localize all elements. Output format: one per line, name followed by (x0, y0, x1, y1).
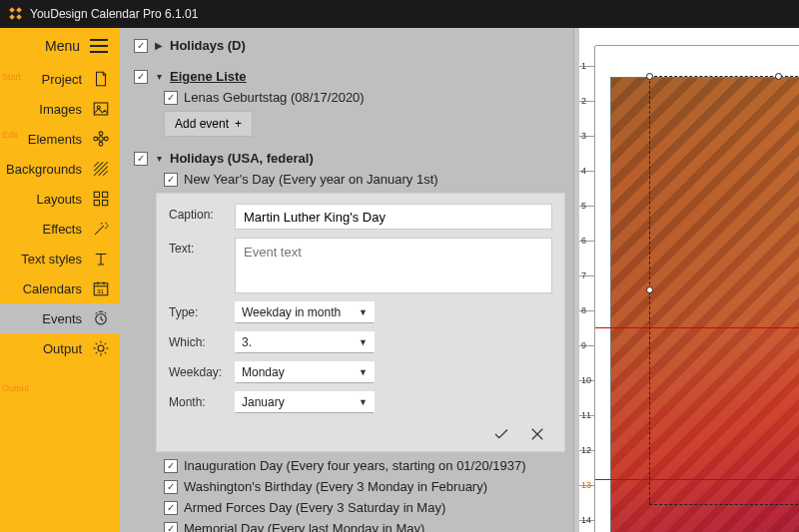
selection-handle[interactable] (646, 286, 653, 293)
chevron-right-icon[interactable]: ▶ (154, 40, 164, 51)
caret-down-icon: ▼ (359, 397, 368, 407)
events-panel: ✓ ▶ Holidays (D) ✓ ▾ Eigene Liste ✓ Lena… (120, 28, 579, 532)
menu-button[interactable]: Menu (0, 28, 120, 64)
sidebar-item-textstyles[interactable]: Text styles (0, 244, 120, 273)
event-item[interactable]: ✓ Washington's Birthday (Every 3 Monday … (164, 479, 565, 494)
hamburger-icon (90, 39, 108, 53)
svg-text:31: 31 (97, 288, 104, 294)
sidebar-item-label: Calendars (23, 281, 82, 296)
wand-icon (92, 220, 110, 238)
sidebar-item-label: Output (43, 341, 82, 356)
type-label: Type: (169, 301, 227, 319)
svg-point-8 (99, 142, 103, 146)
sidebar-item-events[interactable]: Events (0, 303, 120, 333)
checkbox-icon[interactable]: ✓ (164, 480, 178, 494)
svg-rect-1 (16, 7, 22, 13)
guide-line[interactable] (595, 479, 799, 480)
event-item[interactable]: ✓ Lenas Geburtstag (08/17/2020) (164, 90, 565, 105)
group-holidays-usa[interactable]: ✓ ▾ Holidays (USA, federal) (134, 151, 565, 166)
add-event-button[interactable]: Add event + (164, 111, 253, 137)
svg-rect-11 (94, 192, 99, 197)
weekday-select[interactable]: Monday▼ (235, 361, 375, 383)
ruler-vertical: 1234567891011121314 (579, 46, 595, 532)
checkbox-icon[interactable]: ✓ (134, 152, 148, 166)
event-label: Lenas Geburtstag (08/17/2020) (184, 90, 365, 105)
guide-line[interactable] (595, 327, 799, 328)
event-item[interactable]: ✓ Memorial Day (Every last Monday in May… (164, 521, 565, 532)
ruler-tick-label: 14 (581, 515, 591, 525)
svg-rect-13 (94, 201, 99, 206)
event-label: Memorial Day (Every last Monday in May) (184, 521, 424, 532)
group-holidays-d[interactable]: ✓ ▶ Holidays (D) (134, 38, 565, 53)
sidebar-item-label: Project (42, 72, 82, 87)
checkbox-icon[interactable]: ✓ (134, 39, 148, 53)
ruler-tick-label: 5 (581, 201, 586, 211)
sidebar-item-images[interactable]: Images (0, 94, 120, 124)
ruler-tick-label: 3 (581, 131, 586, 141)
text-input[interactable] (235, 238, 552, 293)
ruler-tick-label: 2 (581, 96, 586, 106)
sidebar-item-effects[interactable]: Effects (0, 214, 120, 244)
selection-handle[interactable] (775, 73, 782, 80)
which-select[interactable]: 3.▼ (235, 331, 375, 353)
svg-rect-0 (9, 7, 15, 13)
chevron-down-icon[interactable]: ▾ (154, 71, 164, 82)
sidebar-item-layouts[interactable]: Layouts (0, 184, 120, 214)
svg-rect-3 (16, 14, 22, 20)
ruler-tick-label: 11 (581, 410, 591, 420)
image-icon (92, 100, 110, 118)
menu-label: Menu (45, 38, 80, 54)
flower-icon (92, 130, 110, 148)
checkbox-icon[interactable]: ✓ (134, 70, 148, 84)
sun-icon (92, 339, 110, 357)
sidebar-item-label: Effects (42, 222, 82, 237)
svg-rect-12 (103, 192, 108, 197)
grid-icon (92, 190, 110, 208)
sidebar-item-elements[interactable]: Elements (0, 124, 120, 154)
sidebar-item-calendars[interactable]: Calendars 31 (0, 273, 120, 303)
type-select[interactable]: Weekday in month▼ (235, 301, 375, 323)
checkbox-icon[interactable]: ✓ (164, 459, 178, 473)
sidebar-item-label: Elements (28, 132, 82, 147)
cancel-icon[interactable] (528, 425, 546, 443)
checkbox-icon[interactable]: ✓ (164, 173, 178, 187)
svg-rect-14 (103, 201, 108, 206)
caret-down-icon: ▼ (359, 367, 368, 377)
sidebar-item-output[interactable]: Output (0, 333, 120, 363)
checkbox-icon[interactable]: ✓ (164, 522, 178, 533)
svg-rect-4 (94, 103, 108, 115)
event-item[interactable]: ✓ Armed Forces Day (Every 3 Saturday in … (164, 500, 565, 515)
svg-point-9 (94, 137, 98, 141)
which-label: Which: (169, 331, 227, 349)
group-eigene-liste[interactable]: ✓ ▾ Eigene Liste (134, 69, 565, 84)
month-label: Month: (169, 391, 227, 409)
sidebar-item-label: Backgrounds (6, 162, 82, 177)
selection-handle[interactable] (646, 73, 653, 80)
caret-down-icon: ▼ (359, 307, 368, 317)
chevron-down-icon[interactable]: ▾ (154, 153, 164, 164)
event-label: Inauguration Day (Every four years, star… (184, 458, 526, 473)
sidebar-item-label: Text styles (21, 252, 82, 266)
caption-label: Caption: (169, 204, 227, 222)
canvas-preview[interactable]: 1234567891011121314 (579, 28, 799, 532)
svg-rect-2 (9, 14, 15, 20)
ruler-tick-label: 6 (581, 236, 586, 246)
ruler-tick-label: 10 (581, 375, 591, 385)
checkbox-icon[interactable]: ✓ (164, 501, 178, 515)
event-item[interactable]: ✓ New Year's Day (Every year on January … (164, 172, 565, 187)
month-select[interactable]: January▼ (235, 391, 375, 413)
weekday-label: Weekday: (169, 361, 227, 379)
calendar-icon: 31 (92, 279, 110, 297)
caption-input[interactable] (235, 204, 552, 230)
sidebar-item-label: Layouts (36, 192, 82, 207)
selection-frame[interactable] (649, 76, 799, 505)
clock-icon (92, 309, 110, 327)
sidebar-item-backgrounds[interactable]: Backgrounds (0, 154, 120, 184)
sidebar-item-label: Events (42, 311, 82, 326)
confirm-icon[interactable] (492, 425, 510, 443)
group-title: Eigene Liste (170, 69, 247, 84)
checkbox-icon[interactable]: ✓ (164, 91, 178, 105)
text-label: Text: (169, 238, 227, 256)
event-item[interactable]: ✓ Inauguration Day (Every four years, st… (164, 458, 565, 473)
ruler-horizontal (595, 28, 799, 46)
